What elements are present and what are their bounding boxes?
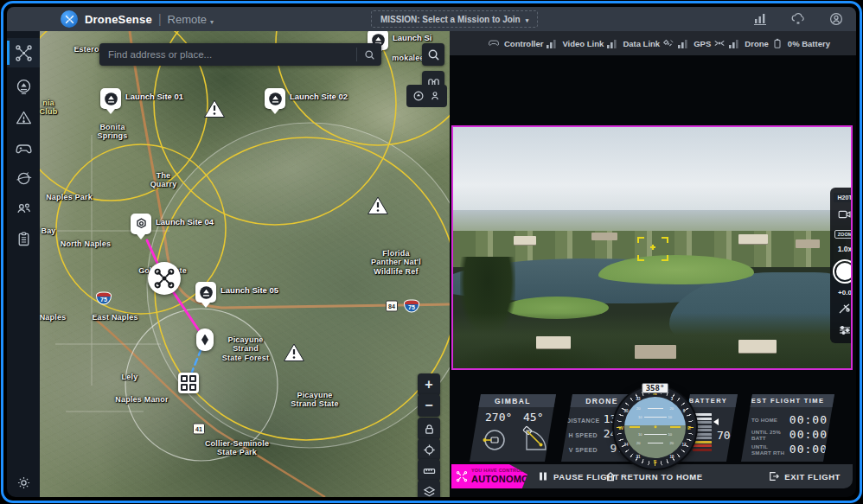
- status-battery[interactable]: 0% Battery: [771, 38, 830, 48]
- sidebar-item-alerts[interactable]: [7, 103, 40, 132]
- camera-settings-icon[interactable]: [838, 324, 852, 340]
- weather-icon[interactable]: [790, 11, 806, 27]
- hazard-marker[interactable]: [203, 99, 226, 123]
- drone-icon: [713, 38, 726, 48]
- route-84-shield: 84: [386, 301, 398, 312]
- video-camera-icon[interactable]: [838, 208, 852, 224]
- launch-site-label: Launch Site 04: [156, 217, 214, 226]
- compass-rose-label: 12: [681, 443, 686, 447]
- exposure-value[interactable]: +0.0: [838, 289, 852, 297]
- search-input[interactable]: [99, 49, 356, 60]
- launch-site-marker-selected[interactable]: Launch Site 04: [131, 214, 151, 239]
- video-feed[interactable]: H20T ZOOM 1.0x +0.0: [451, 125, 853, 370]
- video-house: [536, 336, 571, 348]
- gimbal-pitch-dial: [520, 425, 549, 453]
- zoom-out-button[interactable]: −: [418, 394, 440, 417]
- hazard-marker[interactable]: [283, 342, 305, 367]
- launch-site-label: Launch Site 05: [221, 285, 278, 295]
- signal-bars-icon: [677, 38, 689, 48]
- mission-selector[interactable]: MISSION: Select a Mission to Join ▾: [371, 10, 538, 28]
- launch-site-marker[interactable]: Launch Site 02: [265, 88, 285, 114]
- video-house: [591, 233, 617, 240]
- sidebar-item-drone[interactable]: [7, 38, 40, 67]
- video-house: [635, 345, 676, 359]
- warning-icon: [15, 109, 33, 127]
- app-mode: Remote: [168, 13, 208, 26]
- sidebar-item-controller[interactable]: [7, 133, 40, 163]
- return-to-home-button[interactable]: RETURN TO HOME: [605, 471, 703, 482]
- gimbal-yaw-dial: [482, 427, 508, 453]
- status-drone[interactable]: Drone: [713, 38, 768, 48]
- mission-selector-label: MISSION: Select a Mission to Join: [380, 15, 521, 24]
- battery-level-arrow: [713, 418, 719, 425]
- zoom-in-button[interactable]: +: [418, 373, 440, 396]
- sidebar-item-checklist[interactable]: [7, 224, 40, 253]
- compass-rose-label: 3: [671, 396, 674, 400]
- launch-site-label: Launch Site 02: [290, 92, 348, 101]
- left-sidebar: [7, 31, 40, 497]
- sidebar-item-team[interactable]: [7, 194, 40, 223]
- compass-rose-label: 6: [683, 409, 686, 413]
- sidebar-item-missions[interactable]: [7, 163, 40, 193]
- compass-rose-label: 24: [623, 443, 628, 447]
- status-label: Data Link: [623, 39, 660, 48]
- drone-icon: [15, 44, 33, 62]
- battery-percent: 70: [717, 429, 731, 442]
- payload-model-badge: H20T: [834, 193, 853, 202]
- center-on-drone-button[interactable]: [418, 438, 440, 461]
- sidebar-item-settings[interactable]: [7, 468, 40, 497]
- control-status-badge[interactable]: YOU HAVE CONTROL AUTONOMOUS: [451, 464, 527, 488]
- status-video-link[interactable]: Video Link: [546, 38, 604, 48]
- status-label: GPS: [694, 39, 711, 48]
- compass-rose-label: E: [687, 425, 691, 431]
- top-bar-actions: [752, 7, 844, 31]
- zoom-mode-badge[interactable]: ZOOM: [834, 230, 853, 239]
- measure-button[interactable]: [418, 459, 440, 482]
- status-data-link[interactable]: Data Link: [606, 38, 660, 48]
- sidebar-item-launch-sites[interactable]: [7, 72, 40, 101]
- map-filter-badge[interactable]: [406, 85, 447, 107]
- map-canvas[interactable]: Estero nia Club Bonita Springs The Quarr…: [40, 31, 450, 497]
- landing-target-marker[interactable]: [178, 373, 199, 393]
- waypoint-marker[interactable]: [196, 329, 214, 351]
- launch-site-marker[interactable]: Launch Site 01: [100, 88, 121, 114]
- return-to-home-label: RETURN TO HOME: [621, 472, 703, 482]
- drone-position-marker[interactable]: [148, 262, 181, 295]
- map-lock-button[interactable]: [418, 418, 440, 440]
- exit-flight-label: EXIT FLIGHT: [784, 472, 841, 482]
- exit-flight-button[interactable]: EXIT FLIGHT: [769, 471, 841, 482]
- shutter-button[interactable]: [833, 259, 853, 284]
- account-icon[interactable]: [828, 11, 844, 27]
- video-foreground-trees: [453, 313, 851, 368]
- route-41-shield: 41: [193, 424, 205, 435]
- status-label: Video Link: [562, 39, 604, 48]
- camera-crosshair: [636, 235, 669, 263]
- launch-site-marker[interactable]: Launch Site 05: [195, 282, 216, 308]
- stats-icon[interactable]: [752, 11, 768, 27]
- brand-divider: |: [158, 12, 162, 26]
- gear-icon: [15, 474, 33, 492]
- hazard-marker[interactable]: [367, 195, 389, 220]
- flight-time-label: UNTIL SMART RTH: [751, 443, 789, 456]
- flight-mode-label: AUTONOMOUS: [471, 475, 542, 484]
- search-icon[interactable]: [357, 49, 381, 61]
- brand-name: DroneSense: [85, 13, 152, 26]
- signal-bars-icon: [606, 38, 618, 48]
- zoom-level[interactable]: 1.0x: [838, 245, 853, 253]
- link-status-bar: Controller Video Link Data Link GPS Dron…: [450, 31, 856, 55]
- person-filter-icon: [429, 90, 441, 102]
- video-house: [796, 239, 820, 248]
- laser-rangefinder-icon[interactable]: [838, 303, 852, 318]
- flight-time-label: UNTIL 25% BATT: [751, 429, 789, 441]
- mode-caret-icon[interactable]: ▾: [210, 18, 214, 26]
- map-search-button[interactable]: [422, 43, 444, 66]
- status-controller[interactable]: Controller: [488, 38, 543, 48]
- gamepad-icon: [488, 38, 500, 48]
- status-label: Controller: [504, 39, 543, 48]
- layers-button[interactable]: [418, 480, 440, 497]
- time-until-smart-rth: 00:00: [789, 443, 828, 456]
- status-gps[interactable]: GPS: [662, 38, 711, 48]
- video-sky: [453, 127, 851, 210]
- exit-icon: [769, 471, 779, 482]
- video-horizon: [453, 210, 851, 233]
